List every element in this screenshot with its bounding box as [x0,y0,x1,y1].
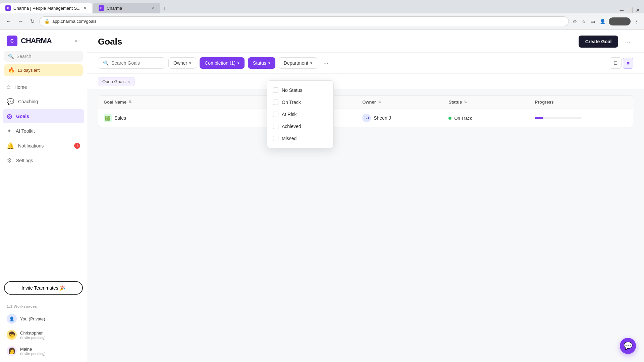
tab-active[interactable]: C Charma | People Management S... ✕ [0,3,92,13]
workspace-info-private: You (Private) [20,316,45,321]
invite-teammates-button[interactable]: Invite Teammates 🎉 [4,281,83,295]
goal-row-icon: 💹 [104,114,112,122]
status-option-on-track[interactable]: On Track [267,96,333,108]
department-filter-label: Department [284,60,308,66]
workspace-sub-maine: (Invite pending) [20,352,46,356]
sidebar-item-label-ai-toolkit: AI Toolkit [16,128,35,134]
camera-off-icon[interactable]: ⊘ [572,17,578,25]
new-tab-button[interactable]: + [160,6,169,13]
sort-icon-owner[interactable]: ⇅ [378,100,381,104]
forward-button[interactable]: → [16,17,25,26]
sidebar-logo: C CHARMA ⇤ [0,29,87,51]
minimize-button[interactable]: ─ [620,7,624,13]
cast-icon[interactable]: ▭ [589,17,596,25]
status-checkbox-at-risk[interactable] [273,112,278,117]
avatar-christopher: 👦 [7,330,17,340]
owner-name: Sheen J [374,115,391,121]
sort-icon-goal-name[interactable]: ⇅ [128,100,131,104]
header-actions: Create Goal ··· [579,36,633,48]
settings-icon: ⚙ [7,157,12,164]
completion-filter-label: Completion (1) [205,60,235,66]
star-icon[interactable]: ☆ [580,17,587,25]
sidebar-search-label: Search [16,54,31,59]
tab-favicon-charma: C [5,5,11,11]
browser-window: C Charma | People Management S... ✕ C Ch… [0,0,644,362]
search-icon-filter: 🔍 [103,60,109,66]
view-list-button[interactable]: ≡ [623,58,633,69]
close-button[interactable]: ✕ [636,7,640,13]
account-icon[interactable]: 👤 [598,17,607,25]
address-bar[interactable]: 🔒 app.charma.com/goals [39,16,569,26]
sort-icon-status[interactable]: ⇅ [464,100,467,104]
table-wrap: Goal Name ⇅ Due ↑ Owner ⇅ Status [87,90,644,362]
chat-button[interactable]: 💬 [620,338,636,354]
status-option-missed[interactable]: Missed [267,132,333,144]
goals-table: Goal Name ⇅ Due ↑ Owner ⇅ Status [98,95,633,127]
status-checkbox-no-status[interactable] [273,87,278,93]
reload-button[interactable]: ↻ [28,17,37,26]
th-status: Status ⇅ [443,96,529,109]
progress-bar [535,117,543,119]
status-option-no-status[interactable]: No Status [267,84,333,96]
tab-inactive[interactable]: C Charma ✕ [93,3,160,13]
status-filter-label: Status [253,60,266,66]
table-row: 💹 Sales 📅 Dec 30, 2023 SJ Sheen J [98,109,633,127]
create-goal-button[interactable]: Create Goal [579,36,619,48]
workspace-item-christopher[interactable]: 👦 Christopher (Invite pending) [4,327,83,343]
filter-more-button[interactable]: ··· [321,58,331,68]
search-input[interactable] [111,60,158,66]
td-owner: SJ Sheen J [357,109,443,127]
trial-label: 13 days left [17,68,40,73]
status-option-achieved-label: Achieved [282,124,301,129]
status-filter-button[interactable]: Status ▾ [248,57,275,69]
th-status-label: Status [448,100,462,105]
status-checkbox-achieved[interactable] [273,124,278,129]
row-more-button[interactable]: ··· [623,115,628,121]
sidebar-collapse-button[interactable]: ⇤ [75,37,80,45]
incognito-badge: Incognito [609,17,631,25]
workspace-item-maine[interactable]: 👩 Maine (Invite pending) [4,343,83,359]
sidebar-item-coaching[interactable]: 💬 Coaching [3,95,84,109]
completion-filter-button[interactable]: Completion (1) ▾ [200,57,245,69]
sidebar-item-ai-toolkit[interactable]: ✦ AI Toolkit [3,124,84,138]
main-content: Goals Create Goal ··· 🔍 Owner ▾ Completi… [87,29,644,362]
sidebar-item-goals[interactable]: ◎ Goals [3,109,84,123]
td-progress: ··· [529,110,633,126]
view-grid-button[interactable]: ⊟ [610,57,622,69]
status-text: On Track [454,116,472,121]
status-dot [448,117,451,120]
owner-avatar: SJ [362,114,371,122]
owner-filter-button[interactable]: Owner ▾ [168,57,196,69]
tab-close-1[interactable]: ✕ [83,6,87,10]
status-chevron-icon: ▾ [268,61,270,65]
active-filter-label: Open Goals [102,79,125,84]
maximize-button[interactable]: ⬜ [626,7,633,13]
active-filter-tag: Open Goals × [98,77,135,86]
status-option-achieved[interactable]: Achieved [267,120,333,132]
active-filter-close[interactable]: × [127,79,130,84]
status-option-at-risk[interactable]: At Risk [267,108,333,120]
status-checkbox-missed[interactable] [273,136,278,141]
table-header: Goal Name ⇅ Due ↑ Owner ⇅ Status [98,96,633,109]
avatar-maine: 👩 [7,346,17,356]
extensions-icon[interactable]: ⋮ [633,17,640,25]
active-filters-bar: Open Goals × [87,74,644,90]
page-more-button[interactable]: ··· [622,37,633,47]
sidebar-item-label-settings: Settings [16,158,33,163]
th-progress-label: Progress [535,100,553,105]
sidebar-item-notifications[interactable]: 🔔 Notifications 1 [3,139,84,153]
logo-text: CHARMA [21,37,52,45]
sidebar-item-home[interactable]: ⌂ Home [3,80,84,94]
sidebar-search[interactable]: 🔍 Search [4,51,83,62]
status-checkbox-on-track[interactable] [273,100,278,105]
department-filter-button[interactable]: Department ▾ [279,57,317,69]
tab-close-2[interactable]: ✕ [152,6,155,10]
goal-name-text[interactable]: Sales [114,115,126,121]
back-button[interactable]: ← [4,17,13,26]
workspace-name-maine: Maine [20,347,46,352]
filters-bar: 🔍 Owner ▾ Completion (1) ▾ Status ▾ Depa… [87,53,644,74]
workspace-item-private[interactable]: 👤 You (Private) [4,311,83,326]
status-option-no-status-label: No Status [282,87,302,93]
sidebar-item-settings[interactable]: ⚙ Settings [3,154,84,168]
page-title: Goals [98,37,122,47]
